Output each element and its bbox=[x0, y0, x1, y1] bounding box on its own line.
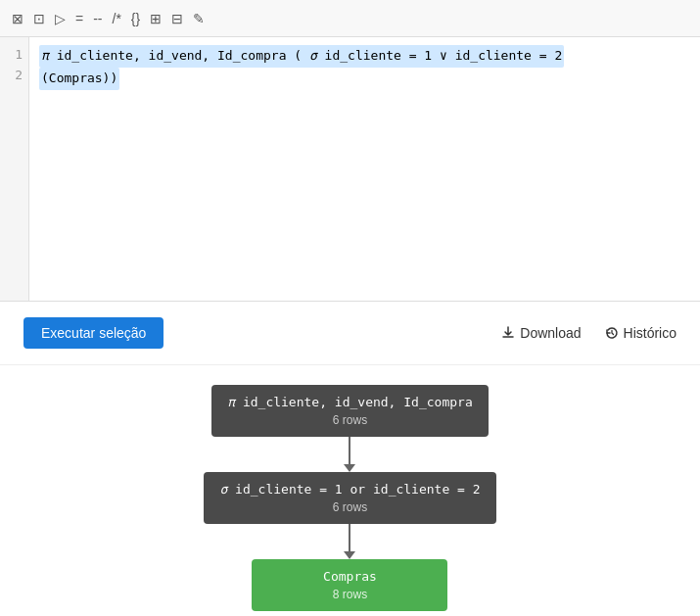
node-1-title: π id_cliente, id_vend, Id_compra bbox=[227, 395, 472, 409]
toolbar: ⊠ ⊡ ▷ = -- /* {} ⊞ ⊟ ✎ bbox=[0, 0, 700, 37]
diagram-area: π id_cliente, id_vend, Id_compra 6 rows … bbox=[0, 365, 700, 616]
stop-icon[interactable]: ⊠ bbox=[12, 11, 23, 26]
node-1-rows: 6 rows bbox=[227, 413, 472, 427]
calendar-icon[interactable]: ⊟ bbox=[171, 11, 183, 26]
wand-icon[interactable]: ✎ bbox=[193, 11, 205, 26]
node-2-title: σ id_cliente = 1 or id_cliente = 2 bbox=[219, 482, 480, 497]
connector-2 bbox=[349, 524, 350, 551]
diagram-node-2[interactable]: σ id_cliente = 1 or id_cliente = 2 6 row… bbox=[204, 472, 495, 524]
diagram-container: π id_cliente, id_vend, Id_compra 6 rows … bbox=[204, 385, 495, 611]
connector-1-arrow bbox=[344, 464, 355, 472]
action-right: Download Histórico bbox=[501, 325, 677, 341]
code-highlight-2: (Compras)) bbox=[39, 68, 119, 90]
download-icon bbox=[501, 326, 515, 340]
diagram-node-3[interactable]: Compras 8 rows bbox=[252, 559, 447, 611]
editor-area[interactable]: 1 2 π id_cliente, id_vend, Id_compra ( σ… bbox=[0, 37, 700, 302]
brace-icon[interactable]: {} bbox=[131, 11, 140, 26]
history-link[interactable]: Histórico bbox=[605, 325, 677, 341]
line-numbers: 1 2 bbox=[0, 37, 29, 301]
diagram-node-1[interactable]: π id_cliente, id_vend, Id_compra 6 rows bbox=[211, 385, 488, 437]
run-icon[interactable]: ▷ bbox=[55, 11, 66, 26]
dash-dash-icon[interactable]: -- bbox=[93, 11, 102, 26]
node-3-rows: 8 rows bbox=[267, 588, 432, 601]
execute-button[interactable]: Executar seleção bbox=[23, 317, 163, 349]
code-line-1: π id_cliente, id_vend, Id_compra ( σ id_… bbox=[39, 45, 690, 68]
stop-alt-icon[interactable]: ⊡ bbox=[33, 11, 45, 26]
connector-1 bbox=[349, 437, 350, 464]
download-label: Download bbox=[520, 325, 581, 341]
download-link[interactable]: Download bbox=[501, 325, 581, 341]
history-label: Histórico bbox=[624, 325, 677, 341]
node-2-rows: 6 rows bbox=[219, 500, 480, 514]
connector-2-arrow bbox=[344, 551, 355, 559]
code-line-2: (Compras)) bbox=[39, 68, 690, 90]
equals-icon[interactable]: = bbox=[75, 11, 83, 26]
code-highlight: π id_cliente, id_vend, Id_compra ( σ id_… bbox=[39, 45, 564, 68]
table-icon[interactable]: ⊞ bbox=[150, 11, 162, 26]
comment-icon[interactable]: /* bbox=[113, 11, 121, 26]
history-icon bbox=[605, 326, 619, 340]
code-content[interactable]: π id_cliente, id_vend, Id_compra ( σ id_… bbox=[29, 37, 700, 301]
action-bar: Executar seleção Download Histórico bbox=[0, 302, 700, 365]
node-3-title: Compras bbox=[267, 569, 432, 584]
